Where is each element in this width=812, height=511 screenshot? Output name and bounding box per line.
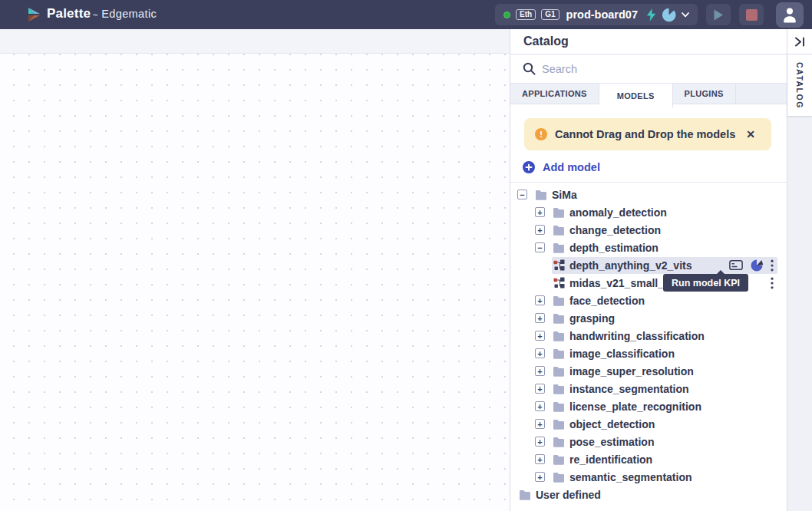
- expand-toggle[interactable]: +: [535, 348, 545, 358]
- tree-row[interactable]: + face_detection: [510, 292, 787, 309]
- tab-applications[interactable]: APPLICATIONS: [510, 84, 599, 104]
- row-label: grasping: [569, 312, 615, 325]
- tree-row[interactable]: + change_detection: [510, 221, 787, 239]
- main-body: Catalog APPLICATIONSMODELSPLUGINS ! Cann…: [0, 29, 812, 511]
- row-label: anomaly_detection: [569, 206, 667, 219]
- expand-toggle[interactable]: +: [535, 207, 545, 217]
- row-menu-icon[interactable]: [771, 259, 774, 272]
- folder-icon: [553, 242, 565, 253]
- tree-row[interactable]: User defined: [510, 486, 787, 503]
- stop-button[interactable]: [739, 4, 764, 25]
- folder-icon: [553, 313, 565, 324]
- folder-icon: [553, 207, 565, 218]
- palette-logo-icon: [25, 6, 42, 23]
- tree-row[interactable]: depth_anything_v2_vits: [510, 256, 787, 274]
- row-label: depth_anything_v2_vits: [569, 259, 692, 272]
- catalog-dock-tab[interactable]: CATALOG: [787, 54, 812, 116]
- expand-toggle[interactable]: +: [535, 472, 545, 482]
- expand-toggle[interactable]: +: [535, 295, 545, 305]
- utilization-pie-icon: [662, 8, 676, 22]
- model-icon: [553, 259, 565, 271]
- tree-row[interactable]: + image_classification: [510, 345, 787, 362]
- run-button[interactable]: [706, 4, 731, 25]
- banner-close-icon[interactable]: ✕: [746, 128, 755, 140]
- folder-icon: [553, 225, 565, 236]
- tree-row[interactable]: + semantic_segmentation: [510, 468, 787, 486]
- row-label: image_super_resolution: [569, 365, 694, 377]
- row-menu-icon[interactable]: [771, 277, 774, 289]
- expand-toggle[interactable]: +: [535, 331, 545, 341]
- tooltip: Run model KPI: [663, 274, 748, 292]
- tree-row[interactable]: + re_identification: [510, 450, 787, 468]
- tree-row[interactable]: + image_super_resolution: [510, 362, 787, 380]
- tab-models[interactable]: MODELS: [599, 84, 673, 107]
- row-label: semantic_segmentation: [569, 471, 692, 483]
- catalog-dock-tab-label: CATALOG: [795, 62, 804, 109]
- catalog-tabs: APPLICATIONSMODELSPLUGINS: [510, 84, 787, 104]
- expand-toggle[interactable]: −: [517, 190, 527, 199]
- tab-plugins[interactable]: PLUGINS: [673, 84, 736, 104]
- power-bolt-icon: [646, 8, 656, 21]
- top-bar: Palette ™ Edgematic Eth G1 prod-board07: [0, 0, 812, 29]
- tree-row[interactable]: + handwriting_classification: [510, 327, 787, 345]
- model-properties-icon[interactable]: [729, 259, 743, 271]
- topbar-controls: Eth G1 prod-board07: [495, 2, 804, 28]
- tree-row[interactable]: − SiMa: [510, 186, 787, 203]
- row-label: image_classification: [569, 348, 675, 360]
- row-label: User defined: [536, 489, 601, 501]
- folder-icon: [553, 454, 565, 465]
- device-selector[interactable]: Eth G1 prod-board07: [495, 4, 698, 25]
- collapse-panel-button[interactable]: [787, 29, 812, 54]
- tree-row[interactable]: + instance_segmentation: [510, 380, 787, 397]
- folder-icon: [519, 490, 531, 500]
- expand-toggle[interactable]: −: [535, 242, 545, 252]
- tree-row[interactable]: + anomaly_detection: [510, 203, 787, 221]
- warning-icon: !: [535, 128, 547, 140]
- brand-trademark: ™: [92, 13, 97, 18]
- row-label: depth_estimation: [569, 242, 659, 254]
- expand-toggle[interactable]: +: [535, 454, 545, 464]
- tree-row[interactable]: − depth_estimation: [510, 239, 787, 256]
- brand-name: Palette: [47, 6, 91, 21]
- run-kpi-icon[interactable]: [750, 259, 764, 272]
- pipeline-canvas[interactable]: [0, 29, 510, 511]
- row-label: re_identification: [569, 453, 652, 466]
- play-icon: [713, 9, 724, 21]
- row-label: object_detection: [569, 418, 655, 430]
- device-status-dot: [503, 12, 510, 18]
- user-avatar-button[interactable]: [776, 2, 804, 28]
- stop-icon: [746, 9, 758, 21]
- folder-icon: [553, 348, 565, 359]
- tree-row[interactable]: + object_detection: [510, 415, 787, 433]
- search-input[interactable]: [542, 63, 776, 75]
- tree-row[interactable]: + license_plate_recognition: [510, 397, 787, 415]
- folder-icon: [553, 366, 565, 377]
- expand-toggle[interactable]: +: [535, 401, 545, 411]
- row-actions: [771, 277, 774, 289]
- expand-toggle[interactable]: +: [535, 384, 545, 394]
- catalog-title: Catalog: [523, 35, 569, 48]
- device-badge-eth: Eth: [516, 9, 536, 21]
- search-icon: [523, 62, 536, 75]
- canvas-dot-grid: [0, 54, 510, 511]
- model-tree: − SiMa + anomaly_detection +: [510, 183, 787, 503]
- device-badge-g1: G1: [541, 9, 559, 21]
- add-model-button[interactable]: Add model: [523, 161, 600, 173]
- tree-row[interactable]: midas_v21_small_256 Run model KPI: [510, 274, 787, 292]
- folder-icon: [553, 419, 565, 430]
- expand-toggle[interactable]: +: [535, 366, 545, 376]
- catalog-panel: Catalog APPLICATIONSMODELSPLUGINS ! Cann…: [510, 29, 787, 511]
- expand-toggle[interactable]: +: [535, 225, 545, 235]
- user-icon: [781, 6, 798, 23]
- folder-icon: [553, 401, 565, 412]
- row-label: SiMa: [552, 189, 577, 201]
- tree-row[interactable]: + pose_estimation: [510, 433, 787, 450]
- expand-toggle[interactable]: +: [535, 313, 545, 323]
- expand-toggle[interactable]: +: [535, 419, 545, 429]
- expand-toggle[interactable]: +: [535, 437, 545, 447]
- brand-logo: Palette ™ Edgematic: [25, 6, 157, 23]
- folder-icon: [553, 437, 565, 447]
- model-icon: [553, 277, 565, 288]
- app-root: Palette ™ Edgematic Eth G1 prod-board07: [0, 0, 812, 511]
- tree-row[interactable]: + grasping: [510, 309, 787, 327]
